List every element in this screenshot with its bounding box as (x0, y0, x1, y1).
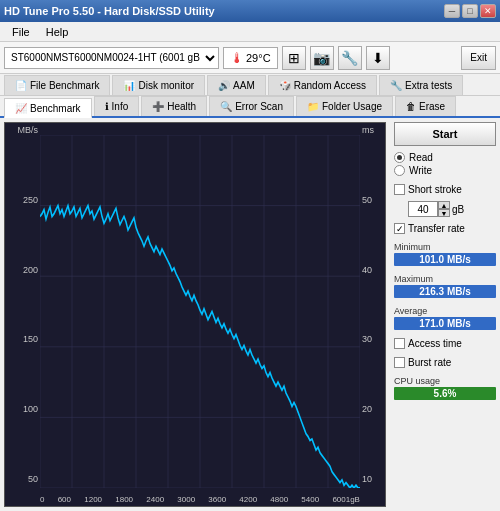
benchmark-icon: 📈 (15, 103, 27, 114)
x-axis: 0 600 1200 1800 2400 3000 3600 4200 4800… (40, 495, 360, 504)
y-label-200: 200 (23, 265, 38, 275)
window-controls: ─ □ ✕ (444, 4, 496, 18)
aam-icon: 🔊 (218, 80, 230, 91)
toolbar-icon-2[interactable]: 📷 (310, 46, 334, 70)
y-right-20: 20 (362, 404, 372, 414)
y-right-30: 30 (362, 334, 372, 344)
average-value: 171.0 MB/s (394, 317, 496, 330)
tab-erase[interactable]: 🗑 Erase (395, 96, 456, 116)
file-benchmark-icon: 📄 (15, 80, 27, 91)
spinbox-up[interactable]: ▲ (438, 201, 450, 209)
maximum-stat: Maximum 216.3 MB/s (394, 274, 496, 298)
y-label-50: 50 (28, 474, 38, 484)
y-right-40: 40 (362, 265, 372, 275)
drive-selector[interactable]: ST6000NMST6000NM0024-1HT (6001 gB (4, 47, 219, 69)
write-radio[interactable] (394, 165, 405, 176)
health-icon: ➕ (152, 101, 164, 112)
tab-info[interactable]: ℹ Info (94, 96, 140, 116)
tab-extra-tests[interactable]: 🔧 Extra tests (379, 75, 463, 95)
disk-monitor-icon: 📊 (123, 80, 135, 91)
maximum-label: Maximum (394, 274, 496, 284)
menu-file[interactable]: File (4, 24, 38, 40)
thermometer-icon: 🌡 (230, 50, 244, 66)
right-panel: Start Read Write Short stroke 40 ▲ ▼ gB (390, 118, 500, 511)
menu-bar: File Help (0, 22, 500, 42)
y-label-mbs: MB/s (17, 125, 38, 135)
chart-area: MB/s 250 200 150 100 50 ms 50 40 30 20 1… (4, 122, 386, 507)
tabs-row-1: 📄 File Benchmark 📊 Disk monitor 🔊 AAM 🎲 … (0, 74, 500, 96)
access-time-row: Access time (394, 338, 496, 349)
window-title: HD Tune Pro 5.50 - Hard Disk/SSD Utility (4, 5, 215, 17)
write-label: Write (409, 165, 432, 176)
y-right-10: 10 (362, 474, 372, 484)
x-label-1200: 1200 (84, 495, 102, 504)
burst-rate-label: Burst rate (408, 357, 451, 368)
spinbox-container: 40 ▲ ▼ gB (408, 201, 496, 217)
title-bar: HD Tune Pro 5.50 - Hard Disk/SSD Utility… (0, 0, 500, 22)
tab-benchmark[interactable]: 📈 Benchmark (4, 98, 92, 118)
toolbar-icon-1[interactable]: ⊞ (282, 46, 306, 70)
tab-file-benchmark[interactable]: 📄 File Benchmark (4, 75, 110, 95)
read-label: Read (409, 152, 433, 163)
y-right-50: 50 (362, 195, 372, 205)
x-label-6001: 6001gB (332, 495, 360, 504)
minimum-value: 101.0 MB/s (394, 253, 496, 266)
minimize-button[interactable]: ─ (444, 4, 460, 18)
spinbox-down[interactable]: ▼ (438, 209, 450, 217)
x-label-3600: 3600 (208, 495, 226, 504)
chart-svg (40, 135, 360, 488)
toolbar: ST6000NMST6000NM0024-1HT (6001 gB 🌡 29°C… (0, 42, 500, 74)
y-label-150: 150 (23, 334, 38, 344)
short-stroke-input[interactable]: 40 (408, 201, 438, 217)
read-radio[interactable] (394, 152, 405, 163)
menu-help[interactable]: Help (38, 24, 77, 40)
minimum-label: Minimum (394, 242, 496, 252)
x-label-4200: 4200 (239, 495, 257, 504)
tab-disk-monitor[interactable]: 📊 Disk monitor (112, 75, 205, 95)
spinbox-buttons: ▲ ▼ (438, 201, 450, 217)
read-radio-item[interactable]: Read (394, 152, 496, 163)
transfer-rate-row: Transfer rate (394, 223, 496, 234)
temperature-value: 29°C (246, 52, 271, 64)
read-write-group: Read Write (394, 152, 496, 176)
spinbox-unit: gB (452, 204, 464, 215)
tab-random-access[interactable]: 🎲 Random Access (268, 75, 377, 95)
start-button[interactable]: Start (394, 122, 496, 146)
y-axis-right: ms 50 40 30 20 10 (360, 123, 385, 486)
average-label: Average (394, 306, 496, 316)
temperature-display: 🌡 29°C (223, 47, 278, 69)
tab-health[interactable]: ➕ Health (141, 96, 207, 116)
maximum-value: 216.3 MB/s (394, 285, 496, 298)
extra-tests-icon: 🔧 (390, 80, 402, 91)
x-label-1800: 1800 (115, 495, 133, 504)
access-time-label: Access time (408, 338, 462, 349)
x-label-5400: 5400 (301, 495, 319, 504)
y-label-250: 250 (23, 195, 38, 205)
tab-error-scan[interactable]: 🔍 Error Scan (209, 96, 294, 116)
minimum-stat: Minimum 101.0 MB/s (394, 242, 496, 266)
short-stroke-checkbox[interactable] (394, 184, 405, 195)
transfer-rate-checkbox[interactable] (394, 223, 405, 234)
burst-rate-checkbox[interactable] (394, 357, 405, 368)
exit-button[interactable]: Exit (461, 46, 496, 70)
average-stat: Average 171.0 MB/s (394, 306, 496, 330)
y-axis-left: MB/s 250 200 150 100 50 (5, 123, 40, 486)
x-label-2400: 2400 (146, 495, 164, 504)
toolbar-icon-4[interactable]: ⬇ (366, 46, 390, 70)
toolbar-icon-3[interactable]: 🔧 (338, 46, 362, 70)
write-radio-item[interactable]: Write (394, 165, 496, 176)
access-time-checkbox[interactable] (394, 338, 405, 349)
erase-icon: 🗑 (406, 101, 416, 112)
y-right-ms: ms (362, 125, 374, 135)
short-stroke-row: Short stroke (394, 184, 496, 195)
short-stroke-label: Short stroke (408, 184, 462, 195)
tabs-row-2: 📈 Benchmark ℹ Info ➕ Health 🔍 Error Scan… (0, 96, 500, 118)
tab-aam[interactable]: 🔊 AAM (207, 75, 266, 95)
maximize-button[interactable]: □ (462, 4, 478, 18)
main-content: MB/s 250 200 150 100 50 ms 50 40 30 20 1… (0, 118, 500, 511)
cpu-stat: CPU usage 5.6% (394, 376, 496, 400)
tab-folder-usage[interactable]: 📁 Folder Usage (296, 96, 393, 116)
close-button[interactable]: ✕ (480, 4, 496, 18)
cpu-label: CPU usage (394, 376, 496, 386)
x-label-4800: 4800 (270, 495, 288, 504)
